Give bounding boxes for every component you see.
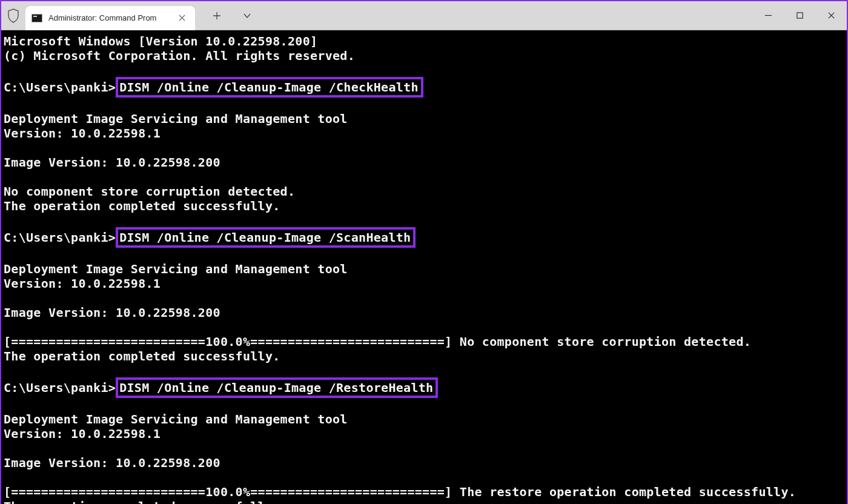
terminal-output[interactable]: Microsoft Windows [Version 10.0.22598.20… [1, 30, 847, 504]
dism-version: Version: 10.0.22598.1 [4, 126, 161, 141]
shield-icon [7, 8, 19, 23]
svg-rect-0 [797, 13, 802, 18]
tab-active[interactable]: Administrator: Command Prom [25, 6, 195, 30]
tab-dropdown-button[interactable] [239, 7, 256, 24]
image-version: Image Version: 10.0.22598.200 [4, 305, 220, 320]
dism-title: Deployment Image Servicing and Managemen… [4, 412, 348, 426]
result-success: The operation completed successfully. [4, 349, 280, 363]
tab-title: Administrator: Command Prom [48, 13, 156, 22]
titlebar[interactable]: Administrator: Command Prom [1, 1, 847, 30]
cmd-icon [31, 14, 42, 22]
command-checkhealth: DISM /Online /Cleanup-Image /CheckHealth [116, 77, 423, 98]
copyright-line: (c) Microsoft Corporation. All rights re… [4, 48, 355, 63]
progress-line: [==========================100.0%=======… [4, 334, 751, 349]
prompt: C:\Users\panki> [4, 80, 116, 94]
dism-title: Deployment Image Servicing and Managemen… [4, 262, 348, 276]
command-scanhealth: DISM /Online /Cleanup-Image /ScanHealth [116, 227, 416, 248]
prompt: C:\Users\panki> [4, 380, 116, 395]
new-tab-button[interactable] [208, 7, 225, 24]
command-restorehealth: DISM /Online /Cleanup-Image /RestoreHeal… [116, 377, 438, 398]
minimize-button[interactable] [752, 1, 784, 30]
result-success: The operation completed successfully. [4, 499, 280, 504]
window-controls [752, 1, 847, 30]
image-version: Image Version: 10.0.22598.200 [4, 456, 220, 470]
app-window: Administrator: Command Prom [0, 0, 848, 504]
prompt: C:\Users\panki> [4, 230, 116, 245]
dism-title: Deployment Image Servicing and Managemen… [4, 111, 348, 126]
dism-version: Version: 10.0.22598.1 [4, 276, 161, 291]
os-version-line: Microsoft Windows [Version 10.0.22598.20… [4, 34, 317, 48]
close-button[interactable] [815, 1, 847, 30]
result-success: The operation completed successfully. [4, 199, 280, 213]
titlebar-tab-actions [195, 1, 256, 30]
progress-line: [==========================100.0%=======… [4, 485, 796, 499]
image-version: Image Version: 10.0.22598.200 [4, 155, 220, 170]
titlebar-left: Administrator: Command Prom [1, 1, 195, 30]
maximize-button[interactable] [784, 1, 815, 30]
tab-close-button[interactable] [174, 11, 189, 25]
result-no-corruption: No component store corruption detected. [4, 184, 295, 199]
dism-version: Version: 10.0.22598.1 [4, 426, 161, 441]
